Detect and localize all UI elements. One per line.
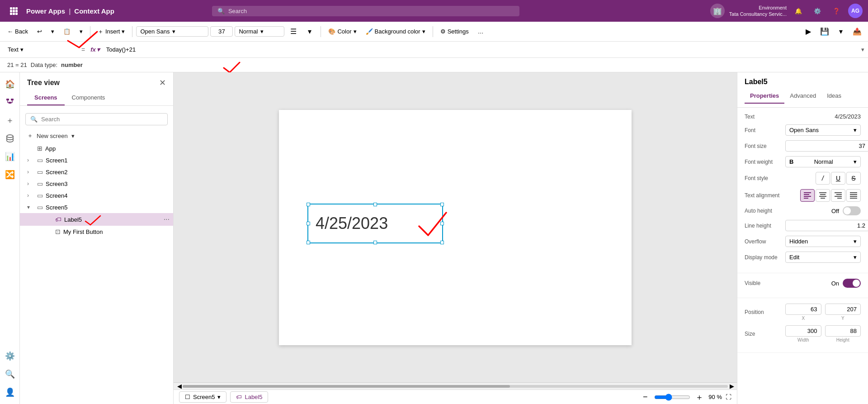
italic-button[interactable]: / [816, 172, 830, 185]
nav-tree-icon[interactable] [2, 94, 18, 110]
zoom-slider[interactable] [654, 394, 690, 401]
rp-tab-ideas[interactable]: Ideas [821, 90, 847, 104]
help-icon[interactable]: ❓ [829, 4, 844, 18]
screen-tab-chevron[interactable]: ▾ [217, 394, 221, 400]
publish-icon[interactable]: 📤 [850, 24, 864, 39]
nav-home-icon[interactable]: 🏠 [2, 76, 18, 92]
rp-tab-properties[interactable]: Properties [745, 90, 784, 104]
rp-font-selector[interactable]: Open Sans ▾ [785, 124, 861, 136]
align-left-button[interactable] [800, 189, 815, 202]
handle-tr[interactable] [440, 203, 444, 206]
label5-more-button[interactable]: ··· [164, 215, 170, 223]
nav-flow-icon[interactable]: 🔀 [2, 166, 18, 183]
insert-button[interactable]: ＋ Insert ▾ [94, 26, 129, 38]
align-justify-button[interactable] [846, 189, 861, 202]
notification-icon[interactable]: 🔔 [791, 4, 806, 18]
tree-item-screen4[interactable]: › ▭ Screen4 [20, 190, 173, 201]
avatar[interactable]: AG [848, 4, 863, 18]
scroll-left-button[interactable]: ◀ [177, 385, 181, 388]
tree-tab-screens[interactable]: Screens [27, 91, 65, 105]
hscroll-track[interactable] [183, 385, 728, 388]
rp-font-weight-selector[interactable]: B Normal ▾ [785, 156, 861, 167]
new-screen-button[interactable]: ＋ New screen ▾ [20, 129, 173, 143]
canvas-label-element[interactable]: 4/25/2023 [307, 204, 443, 243]
property-selector[interactable]: Text ▾ [4, 44, 76, 55]
tooltip-text2: Data type: [31, 62, 57, 68]
auto-height-toggle[interactable] [843, 206, 861, 215]
tree-item-button1[interactable]: ⊡ My First Button [20, 226, 173, 238]
visible-toggle[interactable] [843, 279, 861, 288]
handle-ml[interactable] [307, 222, 310, 225]
bg-color-button[interactable]: 🖌️ Background color ▾ [362, 26, 429, 37]
rp-size-w-input[interactable] [785, 325, 821, 337]
rp-position-y-input[interactable] [825, 304, 861, 315]
font-weight-selector[interactable]: Normal ▾ [235, 26, 284, 37]
align-right-button[interactable] [831, 189, 845, 202]
handle-tl[interactable] [307, 203, 310, 206]
redo-button[interactable]: 📋 [60, 26, 74, 37]
label-tab[interactable]: 🏷 Label5 [230, 391, 268, 403]
handle-mr[interactable] [440, 222, 444, 225]
formula-input[interactable] [103, 45, 859, 54]
rp-tab-advanced[interactable]: Advanced [784, 90, 821, 104]
nav-insert-icon[interactable]: ＋ [2, 112, 18, 128]
search-bar[interactable]: 🔍 [212, 6, 519, 16]
screen-tab[interactable]: ☐ Screen5 ▾ [179, 391, 226, 403]
tree-item-label5[interactable]: 🏷 Label5 ··· [20, 213, 173, 226]
list-icon[interactable]: ☰ [286, 24, 301, 39]
rp-overflow-selector[interactable]: Hidden ▾ [785, 236, 861, 247]
preview-icon[interactable]: ▶ [801, 24, 816, 39]
settings-button[interactable]: ⚙ Settings [437, 26, 472, 37]
fullscreen-button[interactable]: ⛶ [726, 394, 731, 400]
tree-search-input[interactable] [41, 116, 163, 123]
handle-bl[interactable] [307, 241, 310, 244]
tree-item-app[interactable]: ⊞ App [20, 143, 173, 154]
rp-line-height-input[interactable] [785, 220, 868, 231]
handle-bm[interactable] [373, 241, 377, 244]
canvas-hscrollbar[interactable]: ◀ ▶ [174, 382, 737, 390]
tree-tab-components[interactable]: Components [65, 91, 113, 105]
save-icon[interactable]: 💾 [817, 24, 832, 39]
color-button[interactable]: 🎨 Color ▾ [325, 26, 360, 37]
rp-font-size-input[interactable] [785, 140, 868, 152]
undo-button[interactable]: ↩ [33, 26, 46, 37]
tree-item-screen3[interactable]: › ▭ Screen3 [20, 178, 173, 190]
font-size-input[interactable] [210, 26, 233, 37]
nav-user-icon[interactable]: 👤 [2, 384, 18, 400]
back-button[interactable]: ← Back [4, 26, 32, 37]
save-dropdown[interactable]: ▾ [834, 24, 848, 39]
undo-dropdown[interactable]: ▾ [47, 26, 58, 37]
zoom-out-button[interactable]: − [640, 392, 651, 403]
search-input[interactable] [228, 8, 514, 14]
align-center-button[interactable] [816, 189, 830, 202]
tree-close-button[interactable]: ✕ [159, 78, 166, 88]
font-selector[interactable]: Open Sans ▾ [136, 26, 208, 37]
redo-dropdown[interactable]: ▾ [76, 26, 86, 37]
handle-br[interactable] [440, 241, 444, 244]
nav-data-icon[interactable] [2, 130, 18, 147]
nav-search-icon[interactable]: 🔍 [2, 366, 18, 382]
list-dropdown[interactable]: ▾ [302, 24, 317, 39]
nav-settings-icon[interactable]: ⚙️ [2, 348, 18, 364]
scroll-right-button[interactable]: ▶ [730, 385, 733, 388]
tree-item-screen5[interactable]: ▾ ▭ Screen5 [20, 201, 173, 213]
fx-button[interactable]: fx ▾ [90, 46, 100, 53]
more-button[interactable]: … [474, 26, 487, 37]
canvas-scroll[interactable]: 4/25/2023 [174, 72, 737, 382]
underline-button[interactable]: U [831, 172, 845, 185]
rp-size-row: Size Width Height [745, 325, 861, 342]
zoom-in-button[interactable]: ＋ [694, 392, 705, 403]
settings-icon[interactable]: ⚙️ [810, 4, 825, 18]
handle-tm[interactable] [373, 203, 377, 206]
rp-position-x-input[interactable] [785, 304, 821, 315]
strikethrough-button[interactable]: S [846, 172, 861, 185]
tree-search-bar[interactable]: 🔍 [25, 113, 168, 125]
formula-chevron-icon[interactable]: ▾ [861, 46, 864, 53]
hscroll-thumb[interactable] [183, 385, 510, 388]
tree-item-screen2[interactable]: › ▭ Screen2 [20, 166, 173, 178]
tree-item-screen1[interactable]: › ▭ Screen1 [20, 154, 173, 166]
nav-analytics-icon[interactable]: 📊 [2, 148, 18, 165]
rp-size-h-input[interactable] [825, 325, 861, 337]
grid-icon[interactable] [5, 3, 22, 19]
rp-display-mode-selector[interactable]: Edit ▾ [785, 252, 861, 263]
